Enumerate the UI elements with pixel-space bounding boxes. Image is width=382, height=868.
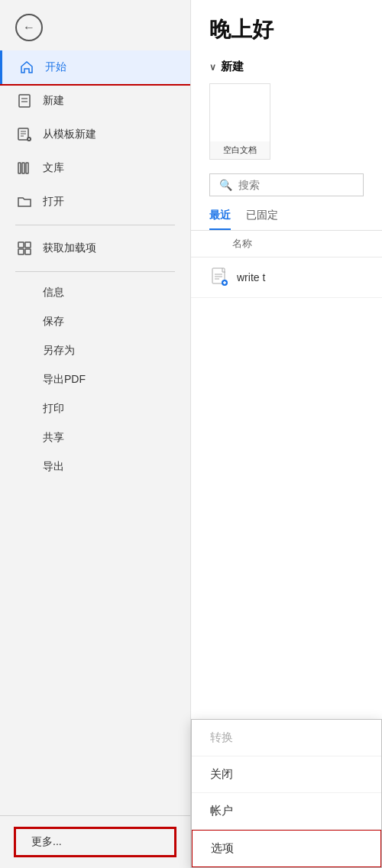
home-icon [18,58,36,76]
tab-pinned[interactable]: 已固定 [246,202,278,230]
divider-2 [15,271,175,272]
new-doc-icon [15,92,34,110]
context-menu-item-close[interactable]: 关闭 [192,756,381,793]
addons-icon [15,239,34,257]
sidebar-item-share[interactable]: 共享 [0,423,190,452]
sidebar-item-open-label: 打开 [43,195,64,209]
sidebar-item-new[interactable]: 新建 [0,84,190,118]
sidebar-item-save[interactable]: 保存 [0,307,190,336]
new-section-title[interactable]: ∨ 新建 [209,60,364,74]
file-name-col-header: 名称 [232,237,364,251]
template-area: 空白文档 [209,83,364,160]
svg-rect-12 [26,163,28,173]
sidebar-item-save-label: 保存 [43,315,64,329]
svg-rect-10 [18,163,21,173]
file-name-text: write t [237,271,265,283]
context-menu-item-options[interactable]: 选项 [192,830,381,867]
sidebar-item-info[interactable]: 信息 [0,278,190,307]
sidebar-item-home-label: 开始 [45,60,66,74]
sidebar-item-addons-label: 获取加载项 [43,241,96,255]
search-icon: 🔍 [219,179,232,191]
sidebar-item-export-pdf[interactable]: 导出PDF [0,365,190,394]
file-doc-icon [209,265,231,290]
template-card-preview [210,84,270,141]
divider-1 [15,225,175,225]
sidebar-item-new-label: 新建 [43,94,64,108]
svg-rect-13 [18,242,24,248]
context-menu-item-convert: 转换 [192,720,381,756]
sidebar-item-save-as[interactable]: 另存为 [0,336,190,365]
sidebar-item-print-label: 打印 [43,402,64,416]
search-box[interactable]: 🔍 [209,173,364,196]
table-row[interactable]: write t [191,257,382,298]
svg-rect-15 [18,249,24,254]
sidebar-item-library-label: 文库 [43,161,64,175]
sidebar-item-save-as-label: 另存为 [43,344,75,358]
tab-recent[interactable]: 最近 [209,202,231,230]
search-input[interactable] [238,179,354,191]
sidebar-item-share-label: 共享 [43,431,64,445]
template-icon [15,125,34,144]
chevron-down-icon: ∨ [209,62,216,73]
new-section-label: 新建 [221,60,244,74]
new-section: ∨ 新建 空白文档 [191,52,382,167]
main-header: 晚上好 [191,0,382,52]
more-button[interactable]: 更多... [15,828,175,856]
sidebar-item-print[interactable]: 打印 [0,394,190,423]
library-icon [15,159,34,177]
open-icon [15,193,34,211]
sidebar-menu: 开始 新建 [0,50,190,815]
back-button[interactable] [15,14,43,41]
sidebar-item-info-label: 信息 [43,286,64,300]
sidebar-item-open[interactable]: 打开 [0,185,190,219]
back-button-area [0,0,190,50]
blank-doc-label: 空白文档 [222,141,258,159]
sidebar: 开始 新建 [0,0,191,868]
sidebar-item-export-label: 导出 [43,460,64,474]
sidebar-item-library[interactable]: 文库 [0,151,190,185]
sidebar-item-template[interactable]: 从模板新建 [0,118,190,151]
svg-rect-16 [25,249,31,254]
search-area: 🔍 [191,167,382,202]
more-button-container: 更多... [0,824,190,860]
file-list-header: 名称 [191,231,382,257]
context-menu-item-account[interactable]: 帐户 [192,793,381,830]
tabs-area: 最近 已固定 [191,202,382,231]
sidebar-item-home[interactable]: 开始 [0,50,190,84]
svg-rect-11 [22,163,24,173]
sidebar-item-export-pdf-label: 导出PDF [43,373,86,387]
sidebar-item-export[interactable]: 导出 [0,452,190,481]
sidebar-item-template-label: 从模板新建 [43,128,96,141]
sidebar-item-addons[interactable]: 获取加载项 [0,232,190,265]
svg-rect-0 [19,95,30,107]
context-menu: 转换 关闭 帐户 选项 [191,719,382,868]
svg-rect-14 [25,242,31,248]
greeting-text: 晚上好 [209,15,364,44]
sidebar-bottom: 更多... [0,815,190,868]
blank-doc-template[interactable]: 空白文档 [209,83,270,160]
